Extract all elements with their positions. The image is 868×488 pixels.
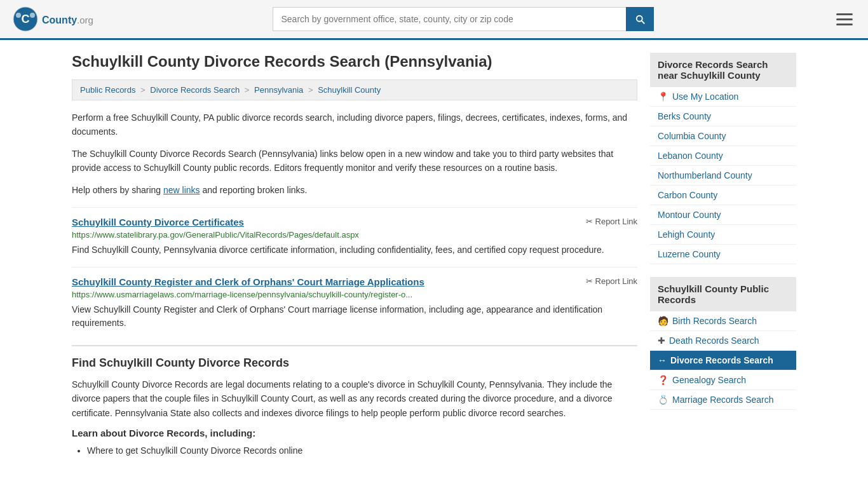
report-text-0: Report Link (595, 217, 637, 226)
learn-list: Where to get Schuylkill County Divorce R… (72, 444, 637, 459)
northumberland-county-link[interactable]: Northumberland County (658, 170, 752, 180)
report-icon-1: ✂ (586, 276, 593, 286)
menu-bar-2 (836, 18, 853, 20)
luzerne-county-link[interactable]: Luzerne County (658, 249, 721, 259)
find-title: Find Schuylkill County Divorce Records (72, 356, 637, 370)
description-1: Perform a free Schuylkill County, PA pub… (72, 111, 637, 139)
sidebar: Divorce Records Search near Schuylkill C… (650, 53, 796, 459)
page-title: Schuylkill County Divorce Records Search… (72, 53, 637, 71)
columbia-county-link[interactable]: Columbia County (658, 131, 726, 141)
record-block-0: Schuylkill County Divorce Certificates ✂… (72, 207, 637, 257)
learn-title: Learn about Divorce Records, including: (72, 428, 637, 438)
record-url-1: https://www.usmarriagelaws.com/marriage-… (72, 290, 637, 299)
carbon-county-link[interactable]: Carbon County (658, 190, 717, 200)
breadcrumb-divorce-records-search[interactable]: Divorce Records Search (150, 85, 240, 95)
logo-icon: C (13, 6, 38, 32)
sep-2: > (245, 85, 250, 95)
sidebar-berks-county[interactable]: Berks County (650, 107, 796, 126)
menu-bar-1 (836, 13, 853, 15)
search-button[interactable] (626, 7, 654, 31)
public-records-section: Schuylkill County Public Records 🧑 Birth… (650, 277, 796, 410)
sidebar-montour-county[interactable]: Montour County (650, 205, 796, 225)
nearby-section: Divorce Records Search near Schuylkill C… (650, 53, 796, 264)
desc3-pre: Help others by sharing (72, 185, 163, 195)
menu-button[interactable] (834, 11, 855, 28)
logo-area: C County.org (13, 6, 93, 32)
svg-point-3 (30, 13, 35, 18)
new-links-link[interactable]: new links (163, 185, 200, 195)
lehigh-county-link[interactable]: Lehigh County (658, 229, 715, 240)
svg-text:C: C (22, 13, 30, 25)
description-3: Help others by sharing new links and rep… (72, 183, 637, 197)
arrows-icon: ↔ (658, 355, 667, 365)
plus-icon: ✚ (658, 336, 665, 346)
nearby-section-title: Divorce Records Search near Schuylkill C… (650, 53, 796, 87)
breadcrumb-schuylkill-county[interactable]: Schuylkill County (318, 85, 381, 95)
person-icon: 🧑 (658, 316, 668, 326)
record-header-1: Schuylkill County Register and Clerk of … (72, 276, 637, 287)
lebanon-county-link[interactable]: Lebanon County (658, 151, 723, 161)
sidebar-columbia-county[interactable]: Columbia County (650, 126, 796, 146)
sidebar-carbon-county[interactable]: Carbon County (650, 186, 796, 205)
report-text-1: Report Link (595, 276, 637, 286)
sidebar-marriage-records[interactable]: 💍 Marriage Records Search (650, 390, 796, 410)
record-title-1[interactable]: Schuylkill County Register and Clerk of … (72, 276, 424, 287)
sidebar-death-records[interactable]: ✚ Death Records Search (650, 331, 796, 351)
use-my-location-link[interactable]: Use My Location (672, 92, 738, 102)
content-area: Schuylkill County Divorce Records Search… (72, 53, 637, 459)
menu-bar-3 (836, 24, 853, 25)
sidebar-lebanon-county[interactable]: Lebanon County (650, 146, 796, 166)
public-records-section-title: Schuylkill County Public Records (650, 277, 796, 311)
marriage-records-link[interactable]: Marriage Records Search (672, 395, 774, 405)
record-url-0: https://www.statelibrary.pa.gov/GeneralP… (72, 230, 637, 240)
report-link-0[interactable]: ✂ Report Link (586, 217, 637, 226)
rings-icon: 💍 (658, 395, 668, 405)
location-icon: 📍 (658, 92, 668, 102)
find-desc: Schuylkill County Divorce Records are le… (72, 377, 637, 420)
record-block-1: Schuylkill County Register and Clerk of … (72, 267, 637, 330)
montour-county-link[interactable]: Montour County (658, 210, 721, 220)
breadcrumb: Public Records > Divorce Records Search … (72, 79, 637, 100)
breadcrumb-pennsylvania[interactable]: Pennsylvania (254, 85, 303, 95)
berks-county-link[interactable]: Berks County (658, 111, 711, 121)
sep-1: > (140, 85, 146, 95)
breadcrumb-public-records[interactable]: Public Records (80, 85, 135, 95)
learn-item-0: Where to get Schuylkill County Divorce R… (87, 444, 637, 459)
death-records-link[interactable]: Death Records Search (669, 336, 759, 346)
search-icon (634, 13, 646, 25)
record-title-0[interactable]: Schuylkill County Divorce Certificates (72, 217, 244, 227)
sidebar-lehigh-county[interactable]: Lehigh County (650, 225, 796, 245)
main-container: Schuylkill County Divorce Records Search… (59, 40, 809, 471)
svg-point-2 (16, 13, 21, 18)
description-2: The Schuylkill County Divorce Records Se… (72, 147, 637, 175)
sidebar-divorce-records[interactable]: ↔ Divorce Records Search (650, 351, 796, 370)
birth-records-link[interactable]: Birth Records Search (672, 316, 757, 326)
sep-3: > (308, 85, 313, 95)
report-link-1[interactable]: ✂ Report Link (586, 276, 637, 286)
sidebar-use-my-location[interactable]: 📍 Use My Location (650, 87, 796, 107)
logo-text: County.org (42, 12, 93, 27)
divorce-records-link[interactable]: Divorce Records Search (670, 355, 773, 365)
record-desc-0: Find Schuylkill County, Pennsylvania div… (72, 243, 637, 257)
sidebar-birth-records[interactable]: 🧑 Birth Records Search (650, 311, 796, 331)
record-header-0: Schuylkill County Divorce Certificates ✂… (72, 217, 637, 227)
report-icon-0: ✂ (586, 217, 593, 226)
header: C County.org (0, 0, 868, 40)
sidebar-genealogy-search[interactable]: ❓ Genealogy Search (650, 370, 796, 390)
find-section: Find Schuylkill County Divorce Records S… (72, 345, 637, 459)
search-area (273, 7, 654, 31)
genealogy-search-link[interactable]: Genealogy Search (672, 375, 746, 385)
sidebar-northumberland-county[interactable]: Northumberland County (650, 166, 796, 186)
record-desc-1: View Schuylkill County Register and Cler… (72, 303, 637, 330)
desc3-post: and reporting broken links. (200, 185, 308, 195)
sidebar-luzerne-county[interactable]: Luzerne County (650, 245, 796, 264)
search-input[interactable] (273, 7, 626, 31)
question-icon: ❓ (658, 375, 668, 385)
